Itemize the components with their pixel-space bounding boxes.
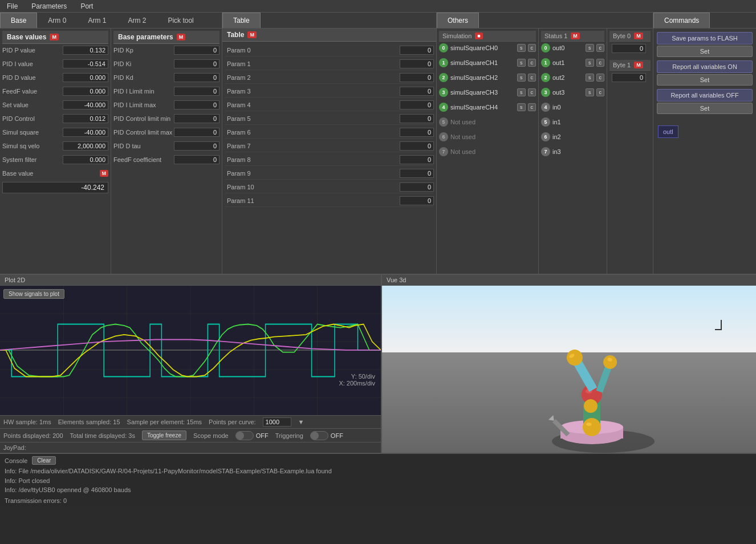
clear-btn[interactable]: Clear xyxy=(32,456,56,465)
save-params-btn[interactable]: Save params to FLASH xyxy=(657,32,753,44)
sim-num-5: 5 xyxy=(439,117,448,127)
status-btn-c-1[interactable]: c xyxy=(596,59,605,67)
param-i-lim-max-value[interactable] xyxy=(174,100,220,109)
status-num-1: 1 xyxy=(541,58,550,67)
points-per-arrow[interactable]: ▼ xyxy=(298,419,304,425)
sim-btn-c-4[interactable]: c xyxy=(528,103,536,111)
status-row-2: 2 out2 s c xyxy=(541,71,604,84)
param-9-value[interactable] xyxy=(400,169,434,178)
param-11-value[interactable] xyxy=(400,196,434,205)
tab-table[interactable]: Table xyxy=(222,13,261,28)
vue3d-canvas[interactable] xyxy=(382,286,756,453)
status-btn-s-2[interactable]: s xyxy=(586,74,594,82)
param-kd-label: PID Kd xyxy=(113,74,174,81)
byte1-badge: M xyxy=(634,62,643,68)
param-10-value[interactable] xyxy=(400,182,434,192)
field-simul-sq-velo-value[interactable] xyxy=(63,141,108,151)
status-row-4: 4 in0 xyxy=(541,101,604,113)
field-feedf-value[interactable] xyxy=(63,87,108,96)
field-sys-filter-label: System filter xyxy=(2,156,63,163)
param-1-value[interactable] xyxy=(400,59,434,68)
points-per-value[interactable] xyxy=(263,417,291,427)
menu-parameters[interactable]: Parameters xyxy=(25,1,74,11)
param-5-value[interactable] xyxy=(400,114,434,123)
set-btn-3[interactable]: Set xyxy=(657,103,753,114)
param-d-tau-value[interactable] xyxy=(174,141,220,151)
sim-btn-c-0[interactable]: c xyxy=(528,44,536,52)
status-row-3: 3 out3 s c xyxy=(541,86,604,99)
sim-num-0: 0 xyxy=(439,43,448,52)
tab-commands[interactable]: Commands xyxy=(653,13,710,28)
param-2-value[interactable] xyxy=(400,73,434,82)
byte0-title: Byte 0 xyxy=(613,33,631,39)
status-num-4: 4 xyxy=(541,103,550,112)
tab-others[interactable]: Others xyxy=(437,13,479,28)
status-btn-c-2[interactable]: c xyxy=(596,74,605,82)
param-i-lim-min-value[interactable] xyxy=(174,87,220,96)
show-signals-btn[interactable]: Show signals to plot xyxy=(3,289,64,299)
report-off-btn[interactable]: Report all variables OFF xyxy=(657,89,753,102)
sim-btn-s-2[interactable]: s xyxy=(517,74,526,82)
tab-arm0[interactable]: Arm 0 xyxy=(37,13,77,28)
param-0-value[interactable] xyxy=(400,46,434,55)
triggering-toggle[interactable]: OFF xyxy=(310,431,343,440)
field-sys-filter-value[interactable] xyxy=(63,155,108,164)
param-7-value[interactable] xyxy=(400,141,434,151)
status-btn-s-3[interactable]: s xyxy=(586,88,594,96)
plot-area[interactable]: Show signals to plot xyxy=(0,286,381,415)
param-kp-value[interactable] xyxy=(174,46,220,55)
status-btn-s-0[interactable]: s xyxy=(586,44,594,52)
param-ki: PID Ki xyxy=(113,58,220,70)
menu-file[interactable]: File xyxy=(0,1,25,11)
joypad-row: JoyPad: xyxy=(0,442,381,453)
param-6-value[interactable] xyxy=(400,128,434,137)
param-4-value[interactable] xyxy=(400,100,434,109)
field-simul-sq-value[interactable] xyxy=(63,128,108,137)
sim-btn-s-4[interactable]: s xyxy=(517,103,526,111)
status-btn-c-3[interactable]: c xyxy=(596,88,605,96)
table-row: Param 2 xyxy=(225,71,434,84)
status-row-6: 6 in2 xyxy=(541,131,604,143)
tab-picktool[interactable]: Pick tool xyxy=(157,13,204,28)
toggle-freeze-btn[interactable]: Toggle freeze xyxy=(142,431,186,440)
sim-btn-c-3[interactable]: c xyxy=(528,88,536,96)
status-btn-c-0[interactable]: c xyxy=(596,44,605,52)
param-ctrl-lim-max-value[interactable] xyxy=(174,128,220,137)
console-line-0: Info: File /media/olivier/DATADISK/GAW-R… xyxy=(5,466,751,476)
console-header: Console Clear xyxy=(5,456,751,465)
field-pid-p-value[interactable] xyxy=(63,46,108,55)
sim-btn-s-3[interactable]: s xyxy=(517,88,526,96)
scope-off-label: OFF xyxy=(256,432,269,439)
field-pid-ctrl-value[interactable] xyxy=(63,114,108,123)
set-btn-1[interactable]: Set xyxy=(657,46,753,57)
report-on-btn[interactable]: Report all variables ON xyxy=(657,60,753,73)
param-1-label: Param 1 xyxy=(225,60,400,67)
tab-arm1[interactable]: Arm 1 xyxy=(77,13,117,28)
tab-base[interactable]: Base xyxy=(0,13,37,28)
menu-port[interactable]: Port xyxy=(74,1,100,11)
status-btn-s-1[interactable]: s xyxy=(586,59,594,67)
param-3-value[interactable] xyxy=(400,87,434,96)
sim-label-3: simulSquareCH3 xyxy=(450,89,515,96)
param-ctrl-lim-min-value[interactable] xyxy=(174,114,220,123)
byte0-value[interactable] xyxy=(612,44,646,53)
param-kd-value[interactable] xyxy=(174,73,220,82)
param-ki-value[interactable] xyxy=(174,59,220,68)
field-set-val[interactable] xyxy=(63,100,108,109)
field-pid-i-value[interactable] xyxy=(63,59,108,68)
byte1-value[interactable] xyxy=(612,73,646,82)
param-feedf-coeff-value[interactable] xyxy=(174,155,220,164)
scope-mode-toggle[interactable]: OFF xyxy=(235,431,269,440)
sim-btn-s-1[interactable]: s xyxy=(517,59,526,67)
sim-row-5: 5 Not used xyxy=(439,116,536,128)
sim-btn-c-2[interactable]: c xyxy=(528,74,536,82)
field-pid-d-value[interactable] xyxy=(63,73,108,82)
base-large-value[interactable] xyxy=(2,182,108,193)
sim-btn-c-1[interactable]: c xyxy=(528,59,536,67)
sim-btn-s-0[interactable]: s xyxy=(517,44,526,52)
tab-arm2[interactable]: Arm 2 xyxy=(117,13,157,28)
base-params-title: Base parameters xyxy=(118,33,173,41)
param-8-value[interactable] xyxy=(400,155,434,164)
set-btn-2[interactable]: Set xyxy=(657,74,753,86)
sim-row-3: 3 simulSquareCH3 s c xyxy=(439,86,536,99)
